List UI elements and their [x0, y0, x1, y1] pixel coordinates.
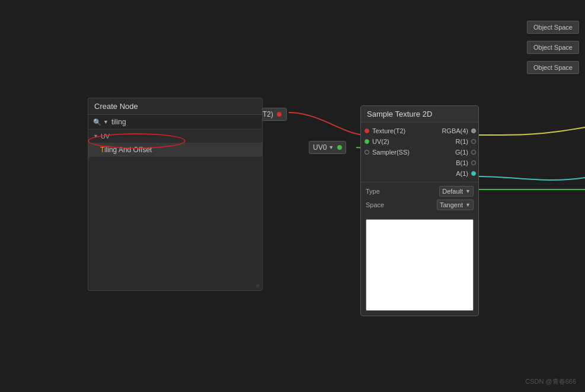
- object-space-button-2[interactable]: Object Space: [527, 41, 579, 54]
- uv-port-label: UV(2): [372, 138, 389, 145]
- texture-port-label: Texture(T2): [372, 127, 405, 134]
- b-port-row: B(1): [453, 158, 478, 168]
- sample-texture-2d-node: Sample Texture 2D Texture(T2) UV(2) Samp…: [360, 105, 479, 316]
- sample-texture-title: Sample Texture 2D: [361, 106, 478, 123]
- type-dropdown-arrow-icon: ▼: [465, 188, 471, 194]
- rgba-port-label: RGBA(4): [442, 127, 468, 134]
- texture-port-dot: [365, 128, 369, 133]
- create-node-search: 🔍 ▼: [88, 115, 262, 130]
- space-label: Space: [366, 201, 384, 208]
- tiling-and-offset-item[interactable]: Tiling And Offset: [88, 143, 262, 157]
- uv0-green-dot: [337, 145, 342, 150]
- sampler-port-dot: [365, 150, 369, 155]
- a-port-row: A(1): [453, 169, 478, 178]
- sampler-port-row: Sampler(SS): [361, 147, 420, 157]
- node-properties: Type Default ▼ Space Tangent ▼: [361, 182, 478, 217]
- input-ports: Texture(T2) UV(2) Sampler(SS): [361, 126, 420, 178]
- g-port-dot: [471, 150, 476, 155]
- object-space-button-3[interactable]: Object Space: [527, 61, 579, 74]
- sampler-port-label: Sampler(SS): [372, 149, 410, 156]
- r-port-label: R(1): [456, 138, 468, 145]
- empty-list-area: [88, 157, 262, 281]
- rgba-port-row: RGBA(4): [439, 126, 478, 136]
- b-port-label: B(1): [456, 159, 468, 166]
- category-arrow-icon: ▼: [93, 133, 98, 139]
- uv0-label: UV0: [313, 143, 327, 152]
- node-ports-area: Texture(T2) UV(2) Sampler(SS) RGBA(4) R(…: [361, 123, 478, 182]
- uv0-arrow-icon: ▼: [328, 144, 334, 150]
- texture-preview: [366, 219, 474, 311]
- search-dropdown-arrow-icon: ▼: [103, 119, 108, 125]
- g-port-label: G(1): [455, 149, 468, 156]
- type-property-row: Type Default ▼: [366, 186, 474, 197]
- type-label: Type: [366, 188, 380, 195]
- uv0-node[interactable]: UV0 ▼: [309, 141, 346, 154]
- tiling-regular-text: ling And Offset: [106, 146, 152, 154]
- space-property-row: Space Tangent ▼: [366, 200, 474, 210]
- tiling-highlight-text: Ti: [100, 146, 106, 154]
- create-node-title: Create Node: [88, 98, 262, 115]
- search-icon: 🔍: [93, 118, 101, 126]
- uv-category-header[interactable]: ▼ UV: [88, 130, 262, 143]
- panel-resize-handle[interactable]: ≡: [88, 281, 262, 290]
- texture-port-row: Texture(T2): [361, 126, 420, 136]
- a-port-dot: [471, 171, 476, 176]
- g-port-row: G(1): [453, 147, 478, 157]
- t2-red-dot: [277, 112, 282, 117]
- csdn-watermark: CSDN @青春666: [525, 377, 576, 386]
- r-port-dot: [471, 139, 476, 144]
- type-value: Default: [442, 188, 463, 195]
- rgba-port-dot: [471, 128, 476, 133]
- category-label: UV: [101, 133, 110, 140]
- type-dropdown[interactable]: Default ▼: [439, 186, 474, 197]
- r-port-row: R(1): [453, 137, 478, 146]
- search-icon-wrap: 🔍 ▼: [93, 118, 108, 126]
- space-dropdown[interactable]: Tangent ▼: [437, 200, 474, 210]
- b-port-dot: [471, 160, 476, 165]
- object-space-button-1[interactable]: Object Space: [527, 21, 579, 34]
- object-space-buttons-group: Object Space Object Space Object Space: [527, 21, 579, 74]
- space-dropdown-arrow-icon: ▼: [465, 202, 471, 208]
- search-input[interactable]: [111, 118, 257, 126]
- output-ports: RGBA(4) R(1) G(1) B(1) A(1): [420, 126, 478, 178]
- space-value: Tangent: [440, 201, 463, 208]
- a-port-label: A(1): [456, 170, 468, 177]
- uv0-dropdown[interactable]: UV0 ▼: [313, 143, 334, 152]
- uv-port-dot: [365, 139, 369, 144]
- uv-port-row: UV(2): [361, 137, 420, 146]
- create-node-panel: Create Node 🔍 ▼ ▼ UV Tiling And Offset ≡: [88, 98, 263, 291]
